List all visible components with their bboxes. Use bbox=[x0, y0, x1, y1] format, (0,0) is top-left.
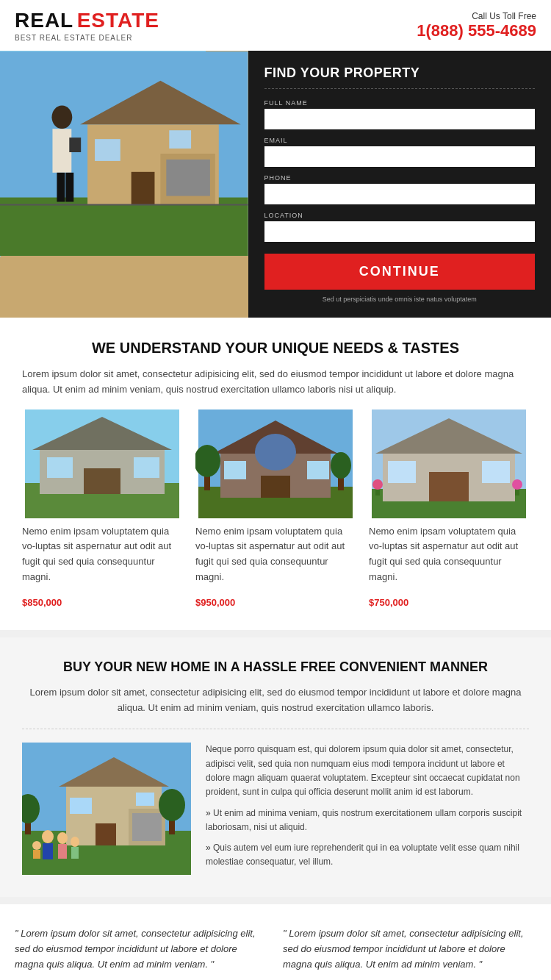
property-image-1 bbox=[22, 409, 182, 518]
svg-point-63 bbox=[159, 789, 185, 821]
property-grid: Nemo enim ipsam voluptatem quia vo-lupta… bbox=[22, 409, 529, 608]
logo-tagline: BEST REAL ESTATE DEALER bbox=[15, 34, 159, 42]
form-disclaimer: Sed ut perspiciatis unde omnis iste natu… bbox=[264, 296, 536, 303]
phone-label: PHONE bbox=[264, 174, 536, 182]
svg-rect-51 bbox=[96, 823, 116, 845]
testimonial-text-2: " Lorem ipsum dolor sit amet, consectetu… bbox=[283, 926, 536, 972]
email-group: EMAIL bbox=[264, 137, 536, 167]
svg-rect-28 bbox=[224, 461, 246, 479]
property-desc-2: Nemo enim ipsam voluptatem quia vo-lupta… bbox=[195, 524, 356, 585]
svg-rect-5 bbox=[166, 160, 210, 196]
svg-rect-57 bbox=[58, 844, 67, 859]
svg-rect-6 bbox=[132, 172, 155, 205]
call-text: Call Us Toll Free bbox=[417, 11, 536, 21]
fullname-group: FULL NAME bbox=[264, 99, 536, 129]
header-contact: Call Us Toll Free 1(888) 555-4689 bbox=[417, 11, 536, 40]
svg-point-44 bbox=[512, 479, 522, 490]
svg-rect-20 bbox=[47, 457, 73, 478]
svg-rect-14 bbox=[69, 137, 81, 152]
hassle-section: BUY YOUR NEW HOME IN A HASSLE FREE CONVE… bbox=[0, 637, 551, 898]
hero-image bbox=[0, 51, 248, 318]
location-label: LOCATION bbox=[264, 212, 536, 219]
continue-button[interactable]: CONTINUE bbox=[264, 254, 536, 290]
svg-rect-11 bbox=[52, 129, 71, 173]
svg-point-60 bbox=[32, 841, 41, 850]
svg-rect-13 bbox=[65, 173, 73, 202]
needs-title: WE UNDERSTAND YOUR UNIQUE NEEDS & TASTES bbox=[22, 340, 529, 357]
svg-point-56 bbox=[57, 832, 68, 844]
svg-rect-53 bbox=[136, 793, 154, 806]
needs-description: Lorem ipsum dolor sit amet, consectetur … bbox=[22, 367, 529, 398]
phone-number: 1(888) 555-4689 bbox=[417, 21, 536, 40]
svg-rect-7 bbox=[95, 139, 120, 161]
phone-input[interactable] bbox=[264, 184, 536, 204]
logo-estate: ESTATE bbox=[77, 9, 159, 32]
svg-rect-59 bbox=[71, 847, 79, 859]
property-card-2: Nemo enim ipsam voluptatem quia vo-lupta… bbox=[195, 409, 356, 608]
svg-rect-12 bbox=[57, 173, 65, 202]
hero-section: FIND YOUR PROPERTY FULL NAME EMAIL PHONE… bbox=[0, 51, 551, 318]
property-price-1: $850,000 bbox=[22, 597, 182, 608]
property-price-3: $750,000 bbox=[369, 597, 529, 608]
property-card-3: Nemo enim ipsam voluptatem quia vo-lupta… bbox=[369, 409, 529, 608]
svg-rect-40 bbox=[482, 461, 510, 483]
svg-point-10 bbox=[51, 105, 72, 129]
svg-point-58 bbox=[71, 837, 79, 847]
svg-point-33 bbox=[331, 452, 351, 479]
location-input[interactable] bbox=[264, 221, 536, 242]
property-desc-1: Nemo enim ipsam voluptatem quia vo-lupta… bbox=[22, 524, 182, 585]
svg-rect-55 bbox=[43, 843, 53, 859]
svg-rect-39 bbox=[388, 461, 416, 483]
property-card-1: Nemo enim ipsam voluptatem quia vo-lupta… bbox=[22, 409, 182, 608]
property-image-2 bbox=[195, 409, 356, 518]
location-group: LOCATION bbox=[264, 212, 536, 242]
svg-rect-27 bbox=[261, 476, 290, 498]
hassle-content: Neque porro quisquam est, qui dolorem ip… bbox=[22, 743, 529, 875]
testimonials-section: " Lorem ipsum dolor sit amet, consectetu… bbox=[0, 904, 551, 980]
svg-point-54 bbox=[42, 830, 54, 843]
svg-point-26 bbox=[255, 434, 296, 471]
testimonial-1: " Lorem ipsum dolor sit amet, consectetu… bbox=[15, 926, 268, 980]
testimonial-2: " Lorem ipsum dolor sit amet, consectetu… bbox=[283, 926, 536, 980]
form-title: FIND YOUR PROPERTY bbox=[264, 65, 536, 89]
svg-rect-61 bbox=[33, 850, 40, 859]
phone-group: PHONE bbox=[264, 174, 536, 204]
svg-rect-1 bbox=[0, 198, 248, 256]
needs-section: WE UNDERSTAND YOUR UNIQUE NEEDS & TASTES… bbox=[0, 318, 551, 630]
logo-real: REAL bbox=[15, 9, 73, 32]
hero-form-panel: FIND YOUR PROPERTY FULL NAME EMAIL PHONE… bbox=[248, 51, 552, 318]
hassle-image bbox=[22, 743, 191, 875]
logo: REAL ESTATE BEST REAL ESTATE DEALER bbox=[15, 9, 159, 42]
hassle-body: Neque porro quisquam est, qui dolorem ip… bbox=[206, 743, 529, 799]
hassle-intro: Lorem ipsum dolor sit amet, consectetur … bbox=[22, 685, 529, 730]
property-price-2: $950,000 bbox=[195, 597, 356, 608]
email-label: EMAIL bbox=[264, 137, 536, 144]
svg-point-42 bbox=[372, 479, 383, 490]
svg-rect-38 bbox=[429, 472, 469, 501]
property-desc-3: Nemo enim ipsam voluptatem quia vo-lupta… bbox=[369, 524, 529, 585]
testimonial-text-1: " Lorem ipsum dolor sit amet, consectetu… bbox=[15, 926, 268, 972]
fullname-input[interactable] bbox=[264, 109, 536, 129]
svg-rect-21 bbox=[134, 457, 159, 478]
svg-rect-8 bbox=[169, 130, 191, 149]
svg-rect-52 bbox=[70, 798, 92, 814]
fullname-label: FULL NAME bbox=[264, 99, 536, 107]
hassle-bullet-1: Ut enim ad minima veniam, quis nostrum e… bbox=[206, 806, 529, 834]
svg-rect-29 bbox=[307, 461, 329, 479]
svg-rect-19 bbox=[84, 468, 120, 494]
hassle-bullet-2: Quis autem vel eum iure reprehenderit qu… bbox=[206, 841, 529, 869]
svg-rect-50 bbox=[132, 813, 162, 841]
property-image-3 bbox=[369, 409, 529, 518]
hassle-text: Neque porro quisquam est, qui dolorem ip… bbox=[206, 743, 529, 875]
hassle-title: BUY YOUR NEW HOME IN A HASSLE FREE CONVE… bbox=[22, 659, 529, 675]
email-input[interactable] bbox=[264, 146, 536, 167]
header: REAL ESTATE BEST REAL ESTATE DEALER Call… bbox=[0, 0, 551, 51]
